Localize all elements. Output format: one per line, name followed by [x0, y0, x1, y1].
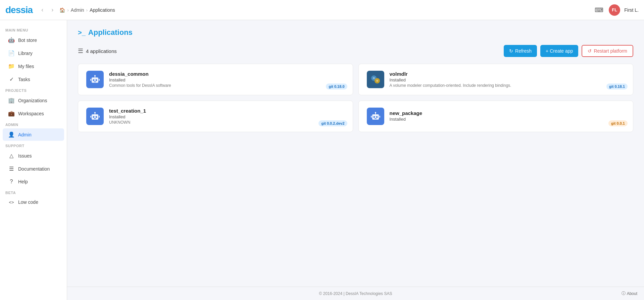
app-count-icon: ☰ [78, 47, 83, 55]
sidebar-item-documentation[interactable]: ☰ Documentation [3, 163, 64, 175]
sidebar-item-issues[interactable]: △ Issues [3, 149, 64, 162]
page-title-icon: >_ [78, 29, 86, 37]
app-card-test-creation-1[interactable]: test_creation_1 Installed UNKNOWN git 0.… [78, 101, 353, 132]
app-badge-volmdlr: git 0.18.1 [606, 83, 628, 89]
sidebar-section-beta: Beta [0, 188, 67, 196]
avatar[interactable]: FL [609, 4, 620, 16]
svg-rect-7 [99, 79, 100, 81]
app-info-dessia-common: dessia_common Installed Common tools for… [109, 71, 345, 88]
svg-point-22 [376, 116, 378, 118]
low-code-icon: <> [8, 200, 15, 205]
breadcrumb: 🏠 › Admin › Applications [59, 7, 115, 13]
sidebar-item-admin[interactable]: 👤 Admin [3, 128, 64, 141]
documentation-icon: ☰ [8, 166, 15, 172]
app-status-new-package: Installed [390, 117, 625, 122]
app-badge-test-creation-1: git 0.0.2.dev2 [318, 120, 347, 126]
topbar-right: ⌨ FL First L. [593, 4, 639, 16]
app-card-new-package[interactable]: new_package Installed git 0.0.1 [358, 101, 634, 132]
sidebar-label-admin: Admin [18, 132, 32, 137]
app-desc-test-creation-1: UNKNOWN [109, 120, 345, 125]
svg-rect-3 [94, 81, 96, 82]
help-icon: ? [8, 179, 15, 185]
restart-platform-button[interactable]: ↺ Restart platform [582, 45, 633, 57]
organizations-icon: 🏢 [8, 97, 15, 104]
app-icon-volmdlr [367, 71, 384, 88]
sidebar-label-issues: Issues [18, 153, 32, 159]
topbar: dessia ‹ › 🏠 › Admin › Applications ⌨ FL… [0, 0, 644, 20]
create-app-button[interactable]: + Create app [540, 45, 578, 57]
sidebar-section-admin: Admin [0, 120, 67, 128]
sidebar-label-organizations: Organizations [18, 98, 47, 103]
app-badge-new-package: git 0.0.1 [608, 120, 628, 126]
app-name-dessia-common: dessia_common [109, 71, 345, 77]
my-files-icon: 📁 [8, 63, 15, 69]
nav-forward-button[interactable]: › [49, 5, 55, 15]
svg-point-10 [373, 77, 375, 79]
refresh-button[interactable]: ↻ Refresh [504, 45, 537, 57]
apps-grid: dessia_common Installed Common tools for… [78, 64, 633, 132]
logo: dessia [5, 5, 33, 15]
app-name-test-creation-1: test_creation_1 [109, 108, 345, 114]
app-card-dessia-common[interactable]: dessia_common Installed Common tools for… [78, 64, 353, 95]
svg-rect-26 [371, 116, 372, 118]
sidebar-item-organizations[interactable]: 🏢 Organizations [3, 94, 64, 107]
user-name[interactable]: First L. [624, 7, 639, 13]
app-status-volmdlr: Installed [390, 77, 625, 82]
svg-point-13 [93, 116, 95, 118]
refresh-icon: ↻ [509, 48, 513, 54]
sidebar-section-support: Support [0, 141, 67, 149]
app-status-test-creation-1: Installed [109, 114, 345, 119]
svg-point-11 [376, 80, 378, 82]
svg-point-14 [96, 116, 97, 118]
refresh-label: Refresh [515, 48, 532, 54]
nav-back-button[interactable]: ‹ [39, 5, 45, 15]
page-title: Applications [88, 28, 133, 37]
svg-rect-15 [94, 118, 96, 119]
admin-icon: 👤 [8, 131, 15, 138]
sidebar-label-library: Library [18, 51, 33, 56]
sidebar-label-low-code: Low code [18, 199, 38, 205]
workspaces-icon: 💼 [8, 110, 15, 117]
about-link[interactable]: ⓘ About [622, 291, 637, 296]
sidebar-item-workspaces[interactable]: 💼 Workspaces [3, 107, 64, 120]
breadcrumb-home[interactable]: 🏠 [59, 7, 65, 13]
actions-buttons: ↻ Refresh + Create app ↺ Restart platfor… [504, 45, 633, 57]
svg-rect-6 [90, 79, 91, 81]
sidebar-item-library[interactable]: 📄 Library [3, 47, 64, 59]
copyright: © 2016-2024 | DessIA Technologies SAS [319, 291, 392, 296]
restart-icon: ↺ [588, 48, 592, 54]
sidebar-section-main: Main menu [0, 25, 67, 34]
footer: © 2016-2024 | DessIA Technologies SAS ⓘ … [67, 287, 644, 300]
create-app-label: + Create app [546, 48, 573, 54]
app-icon-test-creation-1 [86, 108, 104, 125]
bot-store-icon: 🤖 [8, 37, 15, 43]
sidebar-item-bot-store[interactable]: 🤖 Bot store [3, 34, 64, 46]
sidebar-label-documentation: Documentation [18, 166, 50, 172]
about-label: About [627, 291, 637, 296]
sidebar-section-projects: Projects [0, 86, 67, 94]
actions-bar: ☰ 4 applications ↻ Refresh + Create app … [78, 45, 633, 57]
breadcrumb-admin[interactable]: Admin [71, 7, 84, 13]
app-badge-dessia-common: git 0.18.0 [326, 83, 347, 89]
breadcrumb-applications: Applications [90, 7, 115, 13]
sidebar-item-tasks[interactable]: ✓ Tasks [3, 73, 64, 85]
main-content: >_ Applications ☰ 4 applications ↻ Refre… [67, 20, 644, 300]
sidebar-item-help[interactable]: ? Help [3, 176, 64, 188]
keyboard-icon-button[interactable]: ⌨ [593, 5, 605, 15]
sidebar-label-tasks: Tasks [18, 77, 30, 82]
sidebar-label-my-files: My files [18, 64, 34, 69]
app-desc-volmdlr: A volume modeler computation-oriented. I… [390, 83, 625, 88]
sidebar-item-low-code[interactable]: <> Low code [3, 196, 64, 208]
app-count-label: 4 applications [86, 48, 117, 54]
app-desc-dessia-common: Common tools for DessIA software [109, 83, 345, 88]
app-info-volmdlr: volmdlr Installed A volume modeler compu… [390, 71, 625, 88]
sidebar-label-help: Help [18, 179, 28, 184]
svg-point-5 [94, 75, 96, 76]
layout: Main menu 🤖 Bot store 📄 Library 📁 My fil… [0, 20, 644, 300]
sidebar-label-bot-store: Bot store [18, 38, 37, 43]
sidebar-item-my-files[interactable]: 📁 My files [3, 60, 64, 72]
library-icon: 📄 [8, 50, 15, 56]
svg-point-17 [94, 112, 96, 113]
app-name-volmdlr: volmdlr [390, 71, 625, 77]
app-card-volmdlr[interactable]: volmdlr Installed A volume modeler compu… [358, 64, 634, 95]
